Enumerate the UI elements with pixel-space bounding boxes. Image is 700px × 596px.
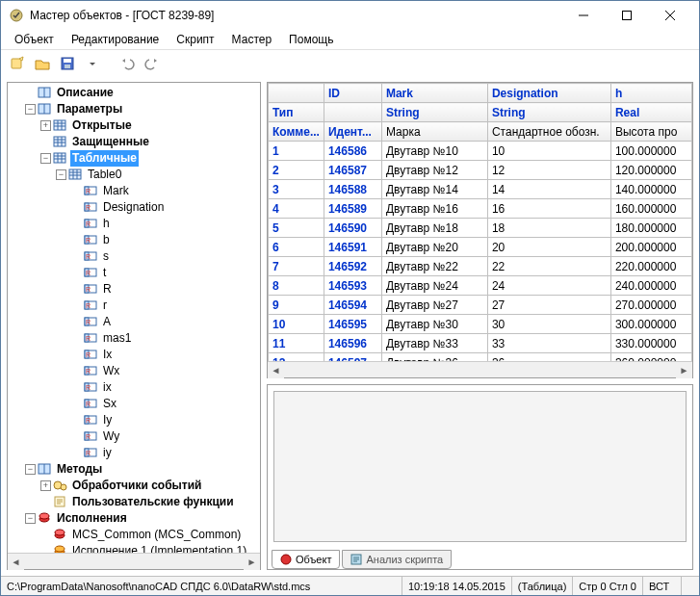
cell-h[interactable]: 100.000000 [610,142,691,161]
tree-label[interactable]: Описание [55,85,116,101]
tree-node[interactable]: RWy [10,428,258,445]
table-row[interactable]: 8146593Двутавр №2424240.000000 [269,276,692,296]
tree-node[interactable]: Rt [10,265,258,281]
tab-object[interactable]: Объект [272,550,340,569]
cell-designation[interactable]: 20 [487,238,610,257]
table-row[interactable]: 7146592Двутавр №2222220.000000 [269,257,692,276]
tree-label[interactable]: Mark [101,183,131,199]
open-button[interactable] [32,53,53,74]
tree-label[interactable]: t [101,265,108,281]
tree-label[interactable]: Исполнение 1 (Implementation 1) [70,543,248,553]
cell-h[interactable]: 120.000000 [610,161,691,180]
collapse-icon[interactable]: − [40,153,51,164]
cell-h[interactable]: 140.000000 [610,180,691,199]
cell-id[interactable]: 146587 [324,161,381,180]
tree-label[interactable]: mas1 [101,330,133,347]
cell-designation[interactable]: 18 [487,219,610,238]
tree-label[interactable]: b [101,232,112,248]
tree-label[interactable]: Ix [101,347,114,363]
tree-node[interactable]: Rb [10,232,258,248]
tree-node[interactable]: −Методы [10,461,258,478]
cell-id[interactable]: 146586 [324,142,381,161]
row-comment-label[interactable]: Комме... [269,122,324,142]
tree-label[interactable]: Открытые [70,117,134,134]
row-number[interactable]: 9 [269,296,324,315]
row-number[interactable]: 5 [269,219,324,238]
cell-h[interactable]: 160.000000 [610,199,691,219]
table-row[interactable]: 10146595Двутавр №3030300.000000 [269,315,692,334]
menu-help[interactable]: Помощь [281,31,341,48]
expand-icon[interactable]: + [40,480,51,491]
close-button[interactable] [648,2,691,29]
cell-designation[interactable]: 24 [487,276,610,296]
tree-label[interactable]: Table0 [86,167,123,183]
cell-h[interactable]: 240.000000 [610,276,691,296]
redo-button[interactable] [142,53,163,74]
cell-mark[interactable]: Двутавр №22 [381,257,487,276]
tree[interactable]: Описание−Параметры+ОткрытыеЗащищенные−Та… [8,83,260,553]
menu-object[interactable]: Объект [7,31,62,48]
table-row[interactable]: 2146587Двутавр №1212120.000000 [269,161,692,180]
table-row[interactable]: 12146597Двутавр №3636360.000000 [269,353,692,361]
cell-h[interactable]: 270.000000 [610,296,691,315]
cell-id[interactable]: 146592 [324,257,381,276]
tree-label[interactable]: Пользовательские функции [70,494,236,510]
tree-label[interactable]: Designation [101,199,166,216]
tree-node[interactable]: RSx [10,396,258,412]
cell-id[interactable]: 146594 [324,296,381,315]
cell-mark[interactable]: Двутавр №36 [381,353,487,361]
tree-node[interactable]: Rs [10,248,258,265]
tree-node[interactable]: −Табличные [10,150,258,167]
cell-designation[interactable]: 14 [487,180,610,199]
col-blank[interactable] [269,84,324,103]
tree-label[interactable]: R [101,281,114,298]
tree-node[interactable]: RA [10,314,258,330]
cell-h[interactable]: 330.000000 [610,334,691,353]
grid-table[interactable]: ID Mark Designation h Тип String String … [268,83,692,361]
cell-mark[interactable]: Двутавр №20 [381,238,487,257]
col-mark[interactable]: Mark [381,84,487,103]
cell-h[interactable]: 300.000000 [610,315,691,334]
table-row[interactable]: 9146594Двутавр №2727270.000000 [269,296,692,315]
tab-script-analysis[interactable]: Анализ скрипта [342,550,452,569]
row-number[interactable]: 2 [269,161,324,180]
collapse-icon[interactable]: − [56,169,66,180]
tree-label[interactable]: Защищенные [70,134,151,150]
cell-mark[interactable]: Двутавр №24 [381,276,487,296]
cell-designation[interactable]: 22 [487,257,610,276]
tree-node[interactable]: +Обработчики событий [10,478,258,494]
scroll-left-icon[interactable]: ◄ [268,362,284,378]
row-number[interactable]: 6 [269,238,324,257]
tree-node[interactable]: Защищенные [10,134,258,150]
tree-label[interactable]: h [101,216,112,232]
row-number[interactable]: 12 [269,353,324,361]
cell-designation[interactable]: 33 [487,334,610,353]
maximize-button[interactable] [605,2,648,29]
col-designation[interactable]: Designation [487,84,610,103]
table-row[interactable]: 3146588Двутавр №1414140.000000 [269,180,692,199]
tree-label[interactable]: Параметры [55,101,124,117]
tree-node[interactable]: Rh [10,216,258,232]
cell-designation[interactable]: 12 [487,161,610,180]
tree-node[interactable]: Пользовательские функции [10,494,258,510]
grid-hscroll[interactable]: ◄ ► [268,361,692,377]
cell-designation[interactable]: 36 [487,353,610,361]
tree-label[interactable]: iy [101,445,114,461]
tree-label[interactable]: Sx [101,396,118,412]
cell-mark[interactable]: Двутавр №16 [381,199,487,219]
table-row[interactable]: 1146586Двутавр №1010100.000000 [269,142,692,161]
cell-mark[interactable]: Двутавр №27 [381,296,487,315]
tree-label[interactable]: Табличные [70,150,139,167]
tree-label[interactable]: Iy [101,412,114,428]
tree-node[interactable]: Riy [10,445,258,461]
tree-node[interactable]: RIy [10,412,258,428]
menu-script[interactable]: Скрипт [169,31,221,48]
tree-node[interactable]: RR [10,281,258,298]
row-number[interactable]: 1 [269,142,324,161]
tree-node[interactable]: RDesignation [10,199,258,216]
table-row[interactable]: 4146589Двутавр №1616160.000000 [269,199,692,219]
col-h[interactable]: h [610,84,691,103]
tree-hscroll[interactable]: ◄ ► [8,553,260,569]
cell-h[interactable]: 220.000000 [610,257,691,276]
cell-mark[interactable]: Двутавр №14 [381,180,487,199]
